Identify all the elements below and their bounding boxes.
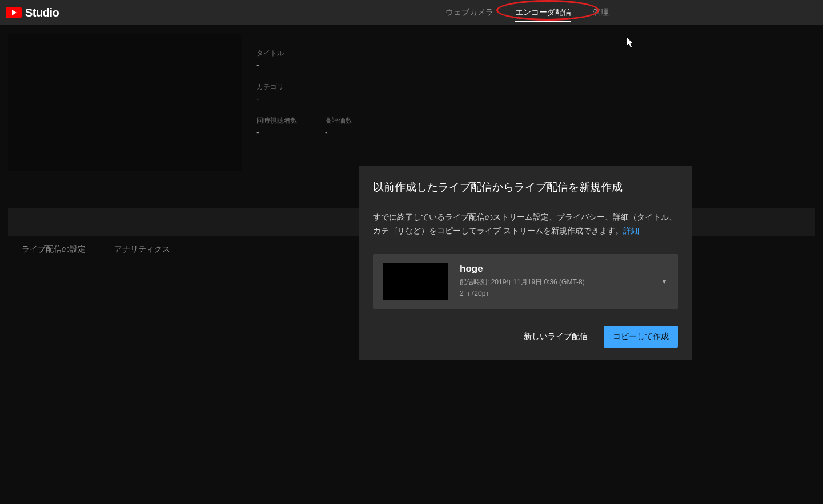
stream-info: hoge 配信時刻: 2019年11月19日 0:36 (GMT-8) 2（72…: [460, 263, 649, 299]
youtube-icon: [6, 7, 22, 18]
new-stream-button[interactable]: 新しいライブ配信: [524, 332, 588, 342]
video-preview: [8, 34, 242, 171]
sub-tab-settings[interactable]: ライブ配信の設定: [22, 244, 86, 255]
modal-title: 以前作成したライブ配信からライブ配信を新規作成: [373, 180, 678, 195]
detail-link[interactable]: 詳細: [623, 226, 639, 235]
cursor-icon: [627, 37, 636, 49]
copy-stream-modal: 以前作成したライブ配信からライブ配信を新規作成 すでに終了しているライブ配信のス…: [359, 166, 692, 360]
title-label: タイトル: [256, 49, 365, 58]
stream-broadcast-time: 配信時刻: 2019年11月19日 0:36 (GMT-8): [460, 277, 649, 288]
tab-encoder[interactable]: エンコーダ配信: [515, 1, 571, 25]
chevron-down-icon: ▼: [661, 277, 668, 285]
studio-label: Studio: [25, 6, 59, 19]
stream-title: hoge: [460, 263, 649, 275]
title-value: -: [256, 61, 365, 70]
tab-webcam[interactable]: ウェブカメラ: [445, 1, 493, 25]
previous-stream-card[interactable]: hoge 配信時刻: 2019年11月19日 0:36 (GMT-8) 2（72…: [373, 254, 678, 309]
play-icon: [12, 10, 17, 15]
likes-value: -: [325, 128, 365, 137]
likes-label: 高評価数: [325, 116, 365, 126]
sub-tabs: ライブ配信の設定 アナリティクス: [22, 244, 170, 255]
viewers-label: 同時視聴者数: [256, 116, 298, 126]
modal-actions: 新しいライブ配信 コピーして作成: [373, 326, 678, 348]
tab-manage[interactable]: 管理: [593, 1, 609, 25]
category-label: カテゴリ: [256, 82, 365, 92]
stream-quality: 2（720p）: [460, 288, 649, 299]
copy-create-button[interactable]: コピーして作成: [604, 326, 678, 348]
stream-thumbnail: [383, 263, 448, 300]
viewers-value: -: [256, 128, 298, 137]
nav-tabs: ウェブカメラ エンコーダ配信 管理: [445, 0, 609, 25]
app-header: Studio: [0, 0, 823, 25]
stream-info-panel: タイトル - カテゴリ - 同時視聴者数 - 高評価数 -: [256, 49, 365, 150]
category-value: -: [256, 94, 365, 103]
logo[interactable]: Studio: [6, 6, 59, 19]
modal-description: すでに終了しているライブ配信のストリーム設定、プライバシー、詳細（タイトル、カテ…: [373, 211, 678, 238]
sub-tab-analytics[interactable]: アナリティクス: [114, 244, 170, 255]
